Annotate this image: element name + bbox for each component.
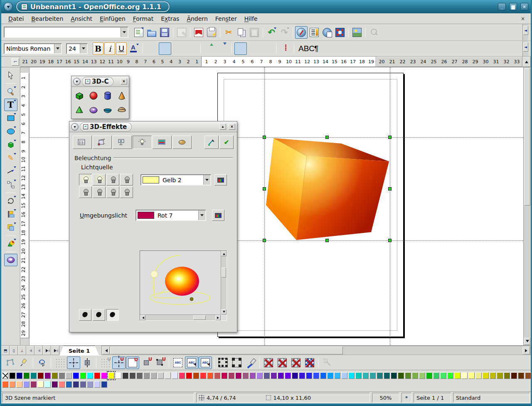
- status-page[interactable]: Seite 1 / 1: [414, 393, 451, 403]
- tab-shading[interactable]: [113, 136, 132, 149]
- light-5-button[interactable]: [79, 186, 92, 198]
- color-swatch[interactable]: [37, 372, 44, 379]
- color-swatch[interactable]: [292, 372, 298, 379]
- color-swatch[interactable]: [44, 381, 51, 388]
- color-swatch[interactable]: [497, 372, 503, 379]
- color-swatch[interactable]: [369, 372, 376, 379]
- horizontal-ruler[interactable]: 212019181716151413121110987654321 123456…: [20, 57, 522, 67]
- color-swatch[interactable]: [348, 372, 355, 379]
- handle-bottom-right[interactable]: [388, 239, 392, 242]
- color-swatch[interactable]: [16, 381, 22, 388]
- align-right-button[interactable]: [172, 42, 185, 55]
- color-swatch[interactable]: [16, 372, 22, 379]
- color-swatch[interactable]: [525, 372, 531, 379]
- color-swatch[interactable]: [193, 372, 199, 379]
- 3d-cube-button[interactable]: [72, 89, 86, 103]
- scroll-left-button[interactable]: [102, 347, 110, 354]
- contour-mode-button[interactable]: [276, 356, 289, 369]
- color-swatch[interactable]: [256, 372, 263, 379]
- color-swatch[interactable]: [179, 372, 185, 379]
- curve-tool[interactable]: ✎: [4, 152, 17, 164]
- color-swatch[interactable]: [59, 372, 65, 379]
- url-combobox[interactable]: [4, 27, 128, 38]
- color-swatch[interactable]: [235, 372, 241, 379]
- color-swatch[interactable]: [207, 372, 213, 379]
- light-color-dropdown-icon[interactable]: [203, 175, 210, 185]
- show-guides-button[interactable]: [67, 356, 80, 369]
- first-page-button[interactable]: [26, 346, 34, 355]
- tab-geometry[interactable]: [93, 136, 112, 149]
- color-swatch[interactable]: [419, 372, 425, 379]
- menu-item[interactable]: Ansicht: [67, 14, 96, 23]
- simple-handles-button[interactable]: [217, 356, 230, 369]
- preview-cube-button[interactable]: [106, 309, 119, 321]
- insert-tool[interactable]: [4, 238, 17, 250]
- preview-scroll-up[interactable]: [221, 251, 227, 256]
- snap-to-page-margins-button[interactable]: [126, 356, 139, 369]
- color-swatch[interactable]: [426, 372, 432, 379]
- url-dropdown-icon[interactable]: [121, 27, 128, 37]
- snap-to-object-points-button[interactable]: [153, 356, 167, 369]
- color-swatch[interactable]: [398, 372, 404, 379]
- preview-hscroll[interactable]: [140, 314, 221, 320]
- color-swatch[interactable]: [377, 372, 383, 379]
- new-document-button[interactable]: [133, 26, 145, 39]
- color-swatch[interactable]: [264, 372, 270, 379]
- color-swatch[interactable]: [73, 372, 79, 379]
- light-preview[interactable]: [140, 250, 227, 321]
- color-swatch[interactable]: [475, 372, 482, 379]
- color-swatch[interactable]: [23, 372, 30, 379]
- 3d-sphere-button[interactable]: [86, 89, 101, 103]
- color-swatch[interactable]: [115, 372, 121, 379]
- color-swatch[interactable]: [59, 381, 65, 388]
- preview-hscroll-thumb[interactable]: [193, 315, 206, 320]
- color-none[interactable]: [2, 372, 8, 379]
- align-left-button[interactable]: [145, 42, 158, 55]
- connector-tool[interactable]: [4, 178, 17, 191]
- color-swatch[interactable]: [186, 372, 192, 379]
- preview-figure-button[interactable]: [93, 309, 105, 321]
- light-7-button[interactable]: [106, 186, 119, 198]
- 3d-controller-tool[interactable]: [4, 254, 17, 266]
- menu-item[interactable]: Einfügen: [96, 14, 129, 23]
- select-tool[interactable]: [4, 69, 17, 82]
- horizontal-scrollbar[interactable]: [101, 346, 531, 355]
- color-swatch[interactable]: [87, 372, 93, 379]
- color-swatch[interactable]: [355, 372, 362, 379]
- color-swatch[interactable]: [447, 372, 453, 379]
- status-position-size[interactable]: 4,74 / 6,74 14,10 x 11,60: [196, 393, 370, 403]
- menu-item[interactable]: Bearbeiten: [27, 14, 67, 23]
- last-page-button[interactable]: [51, 346, 59, 355]
- tabstop-selector[interactable]: ⌐: [12, 58, 19, 66]
- line-contour-only-button[interactable]: [303, 356, 316, 369]
- bold-button[interactable]: B: [93, 42, 103, 55]
- menu-item[interactable]: Fenster: [212, 14, 241, 23]
- color-swatch[interactable]: [2, 381, 8, 388]
- 3d-half-sphere-button[interactable]: [115, 103, 129, 117]
- redo-button[interactable]: ↷: [278, 26, 291, 39]
- color-swatch[interactable]: [87, 381, 93, 388]
- color-swatch[interactable]: [80, 381, 86, 388]
- handle-middle-left[interactable]: [263, 187, 266, 191]
- font-size-dropdown-icon[interactable]: [80, 44, 87, 53]
- quick-edit-button[interactable]: ABC: [171, 356, 185, 369]
- color-swatch[interactable]: [221, 372, 227, 379]
- modify-with-attributes-button[interactable]: [244, 356, 257, 369]
- font-name-combobox[interactable]: Nimbus Roman: [4, 43, 62, 54]
- color-swatch[interactable]: [122, 372, 128, 379]
- color-swatch[interactable]: [242, 372, 249, 379]
- show-grid-button[interactable]: [53, 356, 66, 369]
- color-swatch[interactable]: [468, 372, 475, 379]
- close-document-icon[interactable]: ×: [518, 16, 527, 22]
- color-swatch[interactable]: [313, 372, 319, 379]
- color-swatch[interactable]: [30, 372, 37, 379]
- color-swatch[interactable]: [150, 372, 157, 379]
- color-swatch[interactable]: [158, 372, 164, 379]
- line-spacing-15-button[interactable]: [248, 42, 260, 55]
- color-swatch[interactable]: [320, 372, 326, 379]
- color-swatch[interactable]: [440, 372, 446, 379]
- double-click-to-edit-text-button[interactable]: ABC: [199, 356, 212, 369]
- tab-illumination[interactable]: [133, 136, 152, 149]
- guides-when-moving-button[interactable]: [81, 356, 94, 369]
- bullets-button[interactable]: [279, 42, 291, 55]
